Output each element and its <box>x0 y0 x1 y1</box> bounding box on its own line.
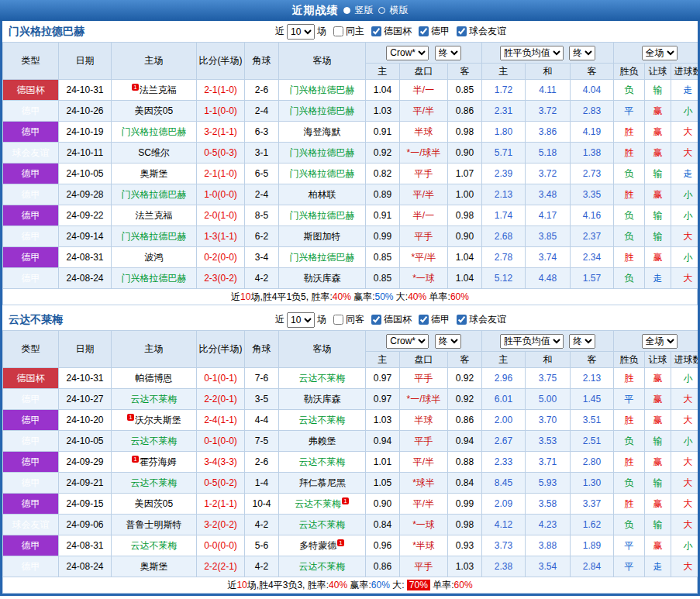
handicap-line: 半球 <box>400 122 448 143</box>
vertical-layout-label[interactable]: 竖版 <box>355 4 374 17</box>
result-goals: 小 <box>671 368 698 389</box>
odds-source-select[interactable]: Crow* <box>386 334 429 349</box>
home-team: SC维尔 <box>112 143 197 164</box>
match-score: 2-2(0-1) <box>197 389 245 410</box>
odds-home: 0.86 <box>366 556 400 577</box>
match-date: 24-09-22 <box>59 205 112 226</box>
section-gladbach: 门兴格拉德巴赫 近 10 场 同主 德国杯 德甲 球会友谊 <box>2 21 698 305</box>
avg-header-cell: 胜平负均值 终 <box>482 331 614 352</box>
avg-home: 1.72 <box>482 80 526 101</box>
result-goals: 小 <box>671 247 698 268</box>
match-row: 德甲24-08-31云达不莱梅0-0(0-0)5-6多特蒙德10.96*半球0.… <box>3 535 698 556</box>
result-goals: 小 <box>671 431 698 452</box>
avg-final-select[interactable]: 终 <box>569 46 595 60</box>
match-type: 德甲 <box>3 389 59 410</box>
away-team: 云达不莱梅 <box>279 515 366 535</box>
avg-draw: 3.58 <box>526 494 571 515</box>
match-date: 24-08-24 <box>59 556 112 577</box>
match-row: 德甲24-09-28门兴格拉德巴赫1-0(0-0)2-4柏林联0.89平/半1.… <box>3 184 698 205</box>
summary-segment: 10 <box>236 580 247 590</box>
german-cup-checkbox[interactable] <box>371 315 381 325</box>
corner-score: 3-1 <box>245 143 279 164</box>
home-team: 1霍芬海姆 <box>112 452 197 473</box>
corner-score: 2-6 <box>245 80 279 101</box>
odds-away: 0.99 <box>448 494 482 515</box>
avg-source-select[interactable]: 胜平负均值 <box>500 46 564 60</box>
home-team: 门兴格拉德巴赫 <box>112 226 197 247</box>
avg-source-select[interactable]: 胜平负均值 <box>500 334 564 349</box>
avg-final-select[interactable]: 终 <box>569 334 595 349</box>
horizontal-layout-label[interactable]: 横版 <box>390 4 409 17</box>
match-score: 1-2(1-1) <box>197 494 245 515</box>
handicap-line: 平/半 <box>400 452 448 473</box>
team-link: 门兴格拉德巴赫 <box>122 273 187 284</box>
scope-select[interactable]: 全场 <box>642 334 678 349</box>
result-wdl: 负 <box>614 268 645 289</box>
result-wdl: 负 <box>614 431 645 452</box>
handicap-line: 平/半 <box>400 101 448 122</box>
odds-home: 0.92 <box>366 143 400 164</box>
avg-draw: 5.18 <box>526 143 571 164</box>
same-venue-checkbox[interactable] <box>333 315 343 325</box>
match-type: 球会友谊 <box>3 143 59 164</box>
match-score: 2-2(2-1) <box>197 556 245 577</box>
match-type: 德甲 <box>3 431 59 452</box>
result-goals: 大 <box>671 473 698 494</box>
scope-select[interactable]: 全场 <box>642 46 678 60</box>
result-wdl: 胜 <box>614 247 645 268</box>
result-handicap: 赢 <box>645 410 671 431</box>
match-row: 德甲24-09-22法兰克福2-0(1-0)8-5门兴格拉德巴赫0.91半/一0… <box>3 205 698 226</box>
match-score: 0-2(0-0) <box>197 247 245 268</box>
odds-away: 0.90 <box>448 226 482 247</box>
odds-final-select[interactable]: 终 <box>435 334 461 349</box>
avg-draw: 3.88 <box>526 535 571 556</box>
result-handicap: 输 <box>645 473 671 494</box>
odds-home: 0.82 <box>366 164 400 184</box>
odds-away: 0.90 <box>448 143 482 164</box>
result-goals: 大 <box>671 389 698 410</box>
odds-header-cell: Crow* 终 <box>366 331 482 352</box>
team-link: 帕德博恩 <box>136 373 173 384</box>
match-date: 24-09-14 <box>59 226 112 247</box>
odds-final-select[interactable]: 终 <box>435 46 461 60</box>
summary-segment: 单率: <box>430 580 454 590</box>
friendly-checkbox[interactable] <box>457 315 467 325</box>
odds-away: 1.07 <box>448 164 482 184</box>
odds-source-select[interactable]: Crow* <box>386 46 429 60</box>
col-odds-home: 主 <box>366 352 400 368</box>
bundesliga-checkbox[interactable] <box>419 315 429 325</box>
horizontal-layout-radio[interactable] <box>378 7 385 14</box>
away-team: 云达不莱梅 <box>279 452 366 473</box>
team-link: 门兴格拉德巴赫 <box>290 84 355 95</box>
result-handicap: 赢 <box>645 143 671 164</box>
odds-away: 0.84 <box>448 473 482 494</box>
team-link: 云达不莱梅 <box>295 498 341 509</box>
german-cup-checkbox[interactable] <box>371 26 381 36</box>
team-link: 法兰克福 <box>136 210 173 221</box>
match-row: 德甲24-08-31波鸿0-2(0-0)3-4门兴格拉德巴赫0.85*平/半1.… <box>3 247 698 268</box>
match-count-select[interactable]: 10 <box>287 312 315 328</box>
result-handicap: 赢 <box>645 535 671 556</box>
avg-away: 2.83 <box>571 101 614 122</box>
same-venue-checkbox[interactable] <box>333 26 343 36</box>
red-card-badge: 1 <box>342 497 348 504</box>
vertical-layout-radio[interactable] <box>343 7 350 14</box>
match-score: 2-0(1-0) <box>197 205 245 226</box>
away-team: 斯图加特 <box>279 226 366 247</box>
match-type: 德甲 <box>3 535 59 556</box>
match-count-select[interactable]: 10 <box>287 24 315 40</box>
away-team: 云达不莱梅 <box>279 410 366 431</box>
result-wdl: 负 <box>614 205 645 226</box>
avg-away: 2.13 <box>571 368 614 389</box>
team-link: 云达不莱梅 <box>299 456 346 467</box>
avg-away: 2.73 <box>571 164 614 184</box>
avg-away: 2.34 <box>571 247 614 268</box>
team-link: 勒沃库森 <box>304 394 341 404</box>
result-handicap: 赢 <box>645 368 671 389</box>
match-row: 德甲24-10-27云达不莱梅2-2(0-1)3-5勒沃库森0.97*一/球半0… <box>3 389 698 410</box>
bundesliga-checkbox[interactable] <box>419 26 429 36</box>
friendly-checkbox[interactable] <box>457 26 467 36</box>
avg-away: 1.62 <box>571 515 614 535</box>
match-row: 球会友谊24-10-11SC维尔0-5(0-3)3-1门兴格拉德巴赫0.92*一… <box>3 143 698 164</box>
match-score: 2-1(1-0) <box>197 80 245 101</box>
